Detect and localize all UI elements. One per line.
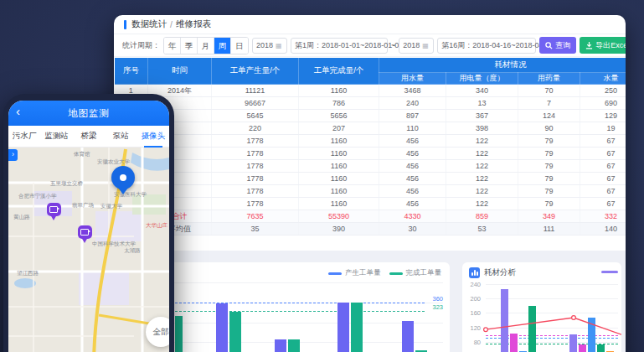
map-label: 翡翠广场 xyxy=(72,202,94,210)
table-cell: 13 xyxy=(446,97,518,110)
phone-header: ‹ 地图监测 xyxy=(8,101,169,126)
map-expander-button[interactable]: › xyxy=(8,149,18,161)
table-cell: 79 xyxy=(518,185,580,198)
table-cell: 70 xyxy=(518,85,580,97)
table-cell: 67 xyxy=(580,135,626,148)
start-year-picker[interactable]: 2018 ▦ xyxy=(252,38,287,54)
export-button-label: 导出Excel xyxy=(595,40,626,51)
chart-legend: 产生工单量完成工单量 xyxy=(328,268,441,278)
chart-title-row: 耗材分析 xyxy=(469,267,516,278)
legend-swatch xyxy=(389,272,403,275)
start-week-value: 第1周：2018-01-01~2018-01-07 xyxy=(295,40,403,51)
column-header-3: 工单完成量/个 xyxy=(299,58,379,85)
table-cell: 96667 xyxy=(212,97,299,110)
table-cell: 67 xyxy=(580,160,626,173)
table-cell: 690 xyxy=(580,97,626,110)
table-cell: 332 xyxy=(580,210,626,223)
map-label: 大华山庄 xyxy=(146,222,167,230)
magnifier-icon xyxy=(545,42,553,49)
table-cell: 5656 xyxy=(299,110,379,122)
legend-item-1[interactable]: 完成工单量 xyxy=(389,268,442,278)
table-cell: 79 xyxy=(518,198,580,210)
table-cell: 390 xyxy=(299,223,379,236)
end-week-value: 第16周：2018-04-16~2018-04-22 xyxy=(441,40,554,51)
period-segmented-control: 年季月周日 xyxy=(163,37,249,54)
phone-tab-4[interactable]: 摄像头 xyxy=(137,131,169,142)
range-separator: ~ xyxy=(391,41,395,49)
table-cell: 122 xyxy=(446,198,518,210)
table-cell: 897 xyxy=(379,110,446,122)
map-pin-selected[interactable] xyxy=(111,166,135,189)
camera-pin[interactable] xyxy=(78,225,92,239)
period-label: 统计周期： xyxy=(122,40,160,51)
end-year-value: 2018 xyxy=(403,41,420,49)
table-cell: 30 xyxy=(379,223,446,236)
phone-tab-2[interactable]: 桥梁 xyxy=(73,131,105,142)
map-view[interactable]: › 体育馆安徽农业大学五里墩立交桥合肥市宁溪小学翡翠广场安徽大学安徽医科大学黄山… xyxy=(8,148,169,352)
table-row: 5177811604561227967 xyxy=(115,135,626,148)
legend-item-0[interactable]: 产生工单量 xyxy=(328,268,381,278)
table-cell: 207 xyxy=(299,122,379,135)
table-row: 8177811604561227967 xyxy=(115,173,626,185)
table-cell: 35 xyxy=(212,223,299,236)
table-cell: 140 xyxy=(580,223,626,236)
export-excel-button[interactable]: 导出Excel xyxy=(580,37,626,54)
end-week-picker[interactable]: 第16周：2018-04-16~2018-04-22 xyxy=(437,38,536,54)
table-cell: 7 xyxy=(518,97,580,110)
table-cell: 859 xyxy=(446,210,518,223)
y-tick-label: 200 xyxy=(462,295,481,303)
phone-tab-1[interactable]: 监测站 xyxy=(40,131,72,142)
total-row: 合计7635553904330859349332 xyxy=(115,210,626,223)
map-label: 望江西路 xyxy=(17,270,39,277)
sub-column-header-2: 用药量 xyxy=(518,73,580,85)
map-label: 安徽大学 xyxy=(100,203,122,210)
camera-pin[interactable] xyxy=(47,203,61,216)
back-icon[interactable]: ‹ xyxy=(16,104,20,118)
group-header: 耗材情况 xyxy=(379,58,626,73)
table-cell: 67 xyxy=(580,185,626,198)
bar-group1-2 xyxy=(588,318,595,352)
start-week-picker[interactable]: 第1周：2018-01-01~2018-01-07 xyxy=(291,38,388,54)
table-cell: 79 xyxy=(518,173,580,185)
phone-tab-0[interactable]: 污水厂 xyxy=(8,131,40,142)
table-row: 296667786240137690 xyxy=(115,97,626,110)
table-cell: 456 xyxy=(379,185,446,198)
breadcrumb: 数据统计 / 维修报表 xyxy=(114,15,626,34)
table-cell: 122 xyxy=(446,160,518,173)
period-option-4[interactable]: 日 xyxy=(231,38,248,54)
table-cell: 1160 xyxy=(299,160,379,173)
period-option-0[interactable]: 年 xyxy=(164,38,181,54)
table-cell: 53 xyxy=(446,223,518,236)
table-cell: 456 xyxy=(379,135,446,148)
query-button[interactable]: 查询 xyxy=(539,37,576,54)
table-cell: 456 xyxy=(379,160,446,173)
map-roads xyxy=(8,148,169,352)
start-year-value: 2018 xyxy=(256,41,273,49)
table-cell: 240 xyxy=(379,97,446,110)
maintenance-report-table: 序号时间工单产生量/个工单完成量/个耗材情况用水量用电量（度）用药量水量1201… xyxy=(114,57,626,236)
table-row: 12014年111211160346834070250 xyxy=(115,85,626,97)
period-option-3[interactable]: 周 xyxy=(214,38,231,54)
bar-group0-0 xyxy=(501,289,508,352)
page-title: 维修报表 xyxy=(176,18,211,30)
table-cell: 79 xyxy=(518,135,580,148)
table-cell: 67 xyxy=(580,148,626,160)
table-row: 6177811604561227967 xyxy=(115,148,626,160)
phone-tab-3[interactable]: 泵站 xyxy=(105,131,137,142)
table-cell: 4330 xyxy=(379,210,446,223)
end-year-picker[interactable]: 2018 ▦ xyxy=(399,38,434,54)
show-all-button[interactable]: 全部 xyxy=(146,317,169,347)
table-cell: 122 xyxy=(446,148,518,160)
table-cell: 1160 xyxy=(299,85,379,97)
bar-完成工单量-0 xyxy=(229,312,241,352)
table-row: 10177811604561227967 xyxy=(115,198,626,210)
bar-group0-3 xyxy=(528,306,536,352)
table-cell: 1778 xyxy=(212,173,299,185)
table-row: 7177811604561227967 xyxy=(115,160,626,173)
table-cell: 3468 xyxy=(379,85,446,97)
period-option-1[interactable]: 季 xyxy=(181,38,198,54)
table-cell: 11121 xyxy=(212,85,299,97)
table-cell: 1778 xyxy=(212,148,299,160)
bar-产生工单量-0 xyxy=(216,303,228,352)
period-option-2[interactable]: 月 xyxy=(198,38,214,54)
